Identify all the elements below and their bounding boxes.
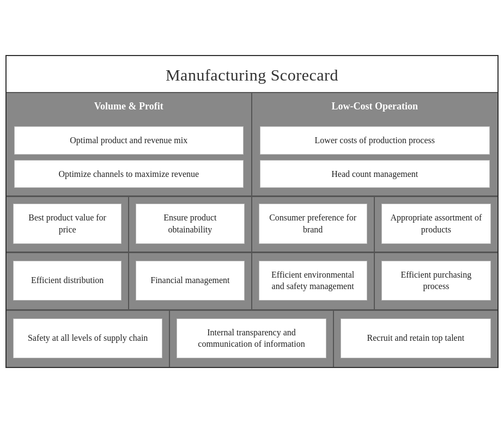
card-head-count: Head count management — [260, 160, 490, 188]
card-financial-management: Financial management — [136, 261, 244, 301]
card-efficient-env: Efficient environmental and safety manag… — [259, 261, 367, 301]
card-best-product: Best product value for price — [13, 204, 122, 243]
card-lower-costs: Lower costs of production process — [260, 126, 490, 155]
col-ensure-product: Ensure product obtainability — [129, 197, 252, 251]
col-efficient-distribution: Efficient distribution — [7, 253, 129, 309]
col-efficient-env: Efficient environmental and safety manag… — [252, 253, 375, 309]
col-safety: Safety at all levels of supply chain — [7, 311, 170, 367]
row-bottom: Safety at all levels of supply chain Int… — [7, 311, 497, 367]
scorecard-title: Manufacturing Scorecard — [7, 56, 497, 92]
card-consumer-preference: Consumer preference for brand — [259, 204, 367, 243]
section-header-volume: Volume & Profit — [7, 93, 252, 120]
card-internal-transparency: Internal transparency and communication … — [177, 318, 326, 358]
card-recruit-retain: Recruit and retain top talent — [341, 318, 491, 358]
col-consumer-preference: Consumer preference for brand — [252, 197, 375, 251]
col-best-product: Best product value for price — [7, 197, 129, 251]
row-four-cols-1: Best product value for price Ensure prod… — [7, 197, 497, 253]
section-header-lowcost: Low-Cost Operation — [252, 93, 498, 120]
card-efficient-distribution: Efficient distribution — [13, 261, 122, 301]
top-content-row: Optimal product and revenue mix Optimize… — [7, 120, 497, 195]
section-volume-profit: Optimal product and revenue mix Optimize… — [7, 120, 252, 195]
col-financial-management: Financial management — [129, 253, 252, 309]
col-recruit-retain: Recruit and retain top talent — [334, 311, 497, 367]
card-optimize-channels: Optimize channels to maximize revenue — [14, 160, 244, 188]
card-ensure-product: Ensure product obtainability — [136, 204, 244, 243]
card-safety: Safety at all levels of supply chain — [13, 318, 162, 358]
col-efficient-purchasing: Efficient purchasing process — [375, 253, 497, 309]
section-low-cost: Lower costs of production process Head c… — [252, 120, 498, 195]
card-appropriate-assortment: Appropriate assortment of products — [381, 204, 491, 243]
col-appropriate-assortment: Appropriate assortment of products — [375, 197, 497, 251]
scorecard-container: Manufacturing Scorecard Volume & Profit … — [5, 55, 499, 368]
top-section-wrapper: Volume & Profit Low-Cost Operation Optim… — [7, 92, 497, 197]
card-efficient-purchasing: Efficient purchasing process — [381, 261, 491, 301]
top-header-row: Volume & Profit Low-Cost Operation — [7, 93, 497, 120]
row-four-cols-2: Efficient distribution Financial managem… — [7, 253, 497, 311]
card-optimal-product: Optimal product and revenue mix — [14, 126, 244, 155]
col-internal-transparency: Internal transparency and communication … — [170, 311, 333, 367]
